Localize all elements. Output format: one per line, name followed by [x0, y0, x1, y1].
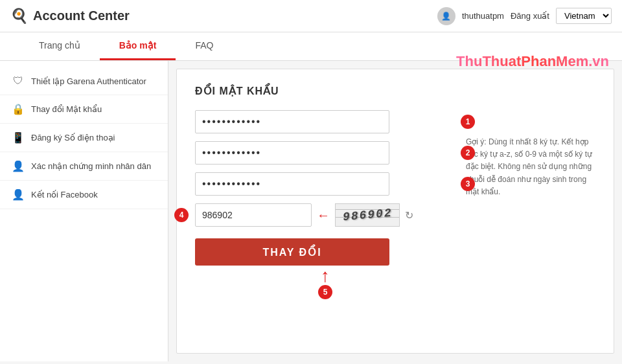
avatar: 👤 — [437, 7, 455, 25]
step-badge-3: 3 — [461, 177, 475, 191]
avatar-icon: 👤 — [441, 12, 451, 21]
sidebar-item-authenticator[interactable]: 🛡 Thiết lập Garena Authenticator — [0, 67, 168, 95]
shield-icon: 🛡 — [12, 75, 25, 87]
step-badge-4: 4 — [174, 208, 189, 222]
sidebar-item-label: Đăng ký Số điện thoại — [31, 133, 115, 142]
confirm-password-input[interactable] — [195, 172, 389, 196]
id-icon: 👤 — [12, 160, 25, 172]
tab-bao-mat[interactable]: Bảo mật — [100, 32, 176, 60]
captcha-row: 4 ← 986902 ↻ — [195, 203, 455, 227]
captcha-image: 986902 — [335, 203, 400, 227]
submit-button[interactable]: THAY ĐỔI — [195, 238, 389, 266]
sidebar-item-password[interactable]: 🔒 Thay đổi Mật khẩu — [0, 95, 168, 124]
header-right: 👤 thuthuatpm Đăng xuất Vietnam — [437, 7, 612, 25]
step-badge-1: 1 — [461, 115, 475, 129]
submit-btn-row: THAY ĐỔI ↑ 5 — [195, 238, 455, 266]
field-row-3: 3 — [195, 172, 455, 196]
captcha-text: 986902 — [342, 207, 393, 224]
header: 🍳 Account Center 👤 thuthuatpm Đăng xuất … — [0, 0, 622, 32]
sidebar-item-id[interactable]: 👤 Xác nhận chứng minh nhân dân — [0, 152, 168, 181]
step5-arrow-icon: ↑ — [321, 267, 330, 285]
captcha-arrow-icon: ← — [317, 208, 330, 223]
current-password-input[interactable] — [195, 110, 389, 133]
logout-button[interactable]: Đăng xuất — [511, 11, 549, 21]
sidebar-item-label: Thay đổi Mật khẩu — [31, 104, 102, 114]
username-label: thuthuatpm — [462, 11, 504, 21]
sidebar-item-phone[interactable]: 📱 Đăng ký Số điện thoại — [0, 124, 168, 152]
step5-container: ↑ 5 — [318, 267, 332, 299]
field-row-2: 2 — [195, 141, 455, 165]
garena-logo-icon: 🍳 — [10, 8, 28, 25]
nav-tabs: Trang chủ Bảo mật FAQ — [0, 32, 622, 61]
new-password-input[interactable] — [195, 141, 389, 165]
content-area: ĐỔI MẬT KHẨU 1 2 3 — [176, 69, 614, 354]
hint-text: Gợi ý: Dùng ít nhất 8 ký tự. Kết hợp các… — [466, 137, 592, 196]
section-title: ĐỔI MẬT KHẨU — [195, 85, 595, 97]
step-badge-5: 5 — [318, 285, 332, 299]
logo-area: 🍳 Account Center — [10, 8, 130, 25]
captcha-input[interactable] — [195, 203, 312, 227]
lock-icon: 🔒 — [12, 103, 25, 115]
app-title: Account Center — [33, 8, 130, 23]
sidebar-item-label: Xác nhận chứng minh nhân dân — [31, 161, 151, 171]
step-badge-2: 2 — [461, 146, 475, 160]
tab-faq[interactable]: FAQ — [176, 32, 233, 60]
main-layout: 🛡 Thiết lập Garena Authenticator 🔒 Thay … — [0, 61, 622, 361]
sidebar-item-label: Kết nối Facebook — [31, 190, 98, 199]
sidebar-item-label: Thiết lập Garena Authenticator — [31, 76, 146, 86]
sidebar: 🛡 Thiết lập Garena Authenticator 🔒 Thay … — [0, 61, 168, 361]
country-select[interactable]: Vietnam — [556, 8, 612, 24]
sidebar-item-facebook[interactable]: 👤 Kết nối Facebook — [0, 181, 168, 209]
form-fields: 1 2 3 4 ← 986902 — [195, 110, 455, 266]
phone-icon: 📱 — [12, 131, 25, 144]
captcha-refresh-icon[interactable]: ↻ — [405, 209, 413, 222]
facebook-icon: 👤 — [12, 188, 25, 201]
form-area: 1 2 3 4 ← 986902 — [195, 110, 595, 266]
tab-trang-chu[interactable]: Trang chủ — [19, 32, 100, 60]
field-row-1: 1 — [195, 110, 455, 133]
hint-box: Gợi ý: Dùng ít nhất 8 ký tự. Kết hợp các… — [466, 110, 595, 266]
